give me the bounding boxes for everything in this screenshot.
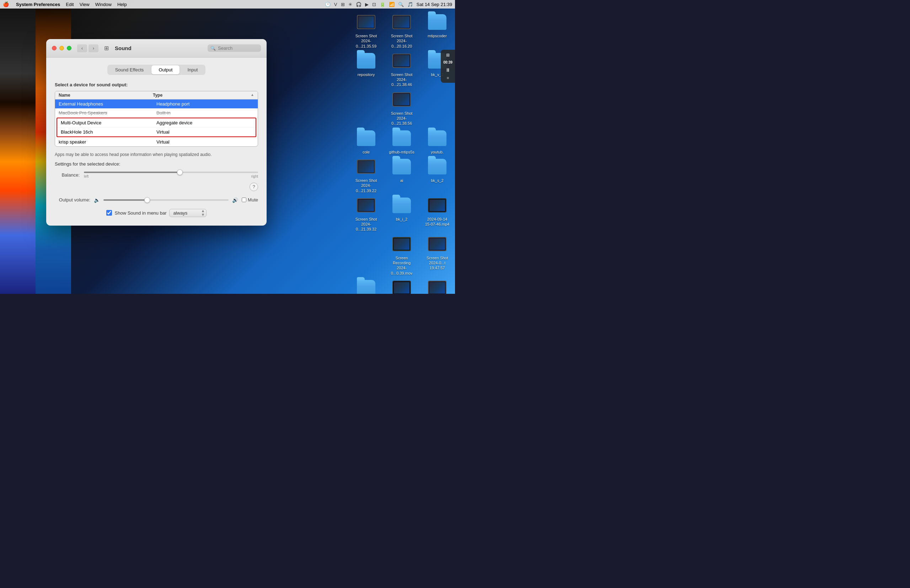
device-row-krisp[interactable]: krisp speaker Virtual — [55, 137, 258, 146]
minimize-button[interactable] — [59, 46, 64, 50]
search-input[interactable] — [218, 45, 258, 51]
desktop-icon-bk-s2[interactable]: bk_s_2 — [423, 157, 452, 193]
recording-icon: ⊞ — [446, 53, 450, 58]
spatialized-notice: Apps may be able to access head pose inf… — [55, 152, 258, 158]
desktop-icon-label-screenshot5: Screen Shot2024-0...21.39.22 — [352, 178, 381, 193]
desktop-icon-screenshot3[interactable]: Screen Shot2024-0...21.38.46 — [387, 51, 416, 87]
device-row-macbook-speakers[interactable]: MacBook Pro Speakers Built-in — [55, 108, 258, 117]
balance-slider-fill — [84, 171, 180, 173]
bluetooth-icon[interactable]: ✳ — [348, 2, 352, 7]
tab-output[interactable]: Output — [151, 65, 180, 74]
desktop-icon-screenshot5[interactable]: Screen Shot2024-0...21.39.22 — [352, 157, 381, 193]
control-center-icon[interactable]: 🎵 — [407, 2, 413, 7]
grid-icon[interactable]: ⊞ — [341, 2, 345, 7]
search-icon[interactable]: 🔍 — [398, 2, 404, 7]
recording-pause-button[interactable]: ⏸ — [445, 67, 450, 73]
desktop-icon-label-mp4-1: 2024-09-1415-07-46.mp4 — [425, 217, 450, 227]
help-menu[interactable]: Help — [117, 2, 127, 7]
recording-panel[interactable]: ⊞ 00:39 ⏸ ≡ — [441, 50, 455, 83]
nav-buttons: ‹ › — [77, 44, 99, 52]
device-row-blackhole[interactable]: BlackHole 16ch Virtual — [57, 127, 256, 136]
desktop-icon-mp4-1[interactable]: 2024-09-1415-07-46.mp4 — [423, 195, 452, 232]
forward-button[interactable]: › — [89, 44, 99, 52]
headphone-icon[interactable]: 🎧 — [356, 2, 361, 7]
window-title: Sound — [115, 45, 131, 51]
screenshot-thumbnail-1 — [357, 15, 376, 29]
mute-checkbox[interactable] — [242, 197, 246, 202]
v-icon[interactable]: V — [334, 2, 337, 7]
volume-slider[interactable] — [104, 197, 228, 203]
desktop-icon-repository[interactable]: repository — [352, 51, 381, 87]
icon-row-7: Screen Recording2024-0...0.39.mov Screen… — [352, 234, 452, 276]
volume-row: Output volume: 🔈 🔊 Mute — [55, 197, 258, 203]
desktop-icon-wp[interactable]: wp — [352, 278, 381, 294]
icon-row-3: Screen Shot2024-0...21.38.56 — [352, 89, 452, 126]
desktop-icon-label-ai: ai — [400, 178, 403, 183]
folder-thumbnail-youtube — [428, 130, 447, 146]
balance-slider-track — [84, 171, 258, 173]
soundbar-always-select[interactable]: always when active — [169, 209, 207, 217]
balance-slider-thumb[interactable] — [177, 170, 183, 175]
icon-row-5: Screen Shot2024-0...21.39.22 ai bk_s_2 — [352, 157, 452, 193]
help-button[interactable]: ? — [249, 183, 258, 191]
volume-slider-thumb[interactable] — [144, 197, 150, 203]
desktop-icon-screen-recording[interactable]: Screen Recording2024-0...0.39.mov — [387, 234, 416, 276]
balance-left-label: left — [84, 174, 89, 178]
device-table: Name Type ▲ External Headphones Headphon… — [55, 91, 258, 147]
desktop-icon-mp4-2[interactable]: 2024-09-1421-27-42.mp4 — [387, 278, 416, 294]
soundbar-select-wrapper: always when active ▲▼ — [169, 209, 207, 217]
edit-menu[interactable]: Edit — [66, 2, 74, 7]
desktop-icon-screenshot6[interactable]: Screen Shot2024-0...21.39.32 — [352, 195, 381, 232]
folder-thumbnail-ai — [392, 159, 411, 174]
desktop-icon-mtipscoder[interactable]: mtipscoder — [423, 12, 452, 48]
maximize-button[interactable] — [67, 46, 71, 50]
balance-right-label: right — [251, 174, 258, 178]
show-sound-checkbox[interactable] — [106, 210, 112, 216]
desktop-icon-screenshot7[interactable]: Screen Shot2024-0...t 19.47.57 — [423, 234, 452, 276]
wifi-icon[interactable]: 📶 — [389, 2, 395, 7]
search-icon: 🔍 — [210, 46, 216, 51]
apple-menu[interactable]: 🍎 — [3, 2, 9, 7]
desktop-icon-github-mtips5s[interactable]: github-mtips5s — [387, 128, 416, 155]
tab-sound-effects[interactable]: Sound Effects — [108, 65, 151, 74]
folder-thumbnail-wp — [357, 280, 376, 294]
view-menu[interactable]: View — [79, 2, 89, 7]
recording-list-icon[interactable]: ≡ — [447, 76, 449, 80]
menubar-right: 🕐 V ⊞ ✳ 🎧 ▶ ⊡ 🔋 📶 🔍 🎵 Sat 14 Sep 21:39 — [325, 2, 452, 7]
play-icon[interactable]: ▶ — [365, 2, 369, 7]
device-row-multi-output[interactable]: Multi-Output Device Aggregate device — [57, 118, 256, 127]
tab-input[interactable]: Input — [180, 65, 205, 74]
device-type-multi-output: Aggregate device — [156, 120, 252, 125]
close-button[interactable] — [52, 46, 57, 50]
device-row-external-headphones[interactable]: External Headphones Headphone port — [55, 100, 258, 108]
icon-row-8: wp 2024-09-1421-27-42.mp4 Screen Shot202… — [352, 278, 452, 294]
device-name-external-headphones: External Headphones — [59, 101, 156, 107]
search-box[interactable]: 🔍 — [207, 44, 261, 52]
menubar-left: 🍎 System Preferences Edit View Window He… — [3, 2, 127, 7]
desktop-icon-cole[interactable]: cole — [352, 128, 381, 155]
device-name-multi-output: Multi-Output Device — [61, 120, 156, 125]
battery-icon[interactable]: 🔋 — [380, 2, 385, 7]
desktop-icon-youtube[interactable]: youtub. — [423, 128, 452, 155]
desktop-icon-screenshot8[interactable]: Screen Shot2024-0...19.49.04 — [423, 278, 452, 294]
app-name-menu[interactable]: System Preferences — [16, 2, 60, 7]
red-border-device-group: Multi-Output Device Aggregate device Bla… — [57, 118, 256, 137]
window-content: Sound Effects Output Input Select a devi… — [46, 58, 267, 226]
desktop-icon-screenshot4[interactable]: Screen Shot2024-0...21.38.56 — [387, 89, 416, 126]
desktop-icon-label-bki2: bk_i_2 — [396, 217, 407, 222]
time-machine-icon[interactable]: 🕐 — [325, 2, 330, 7]
grid-view-button[interactable]: ⊞ — [101, 44, 111, 52]
sound-preferences-window: ‹ › ⊞ Sound 🔍 Sound Effects Output Input… — [46, 39, 267, 226]
back-button[interactable]: ‹ — [77, 44, 87, 52]
window-menu[interactable]: Window — [95, 2, 112, 7]
desktop-icon-bk-i2[interactable]: bk_i_2 — [387, 195, 416, 232]
volume-slider-fill — [104, 199, 147, 201]
desktop-icon-screenshot2[interactable]: Screen Shot2024-0...20.16.20 — [387, 12, 416, 48]
display-icon[interactable]: ⊡ — [372, 2, 376, 7]
screenshot-thumbnail-7 — [428, 237, 447, 251]
desktop-icon-ai[interactable]: ai — [387, 157, 416, 193]
device-name-blackhole: BlackHole 16ch — [61, 129, 156, 135]
desktop-icon-screenshot1[interactable]: Screen Shot2024-0...21.35.59 — [352, 12, 381, 48]
icon-row-2: repository Screen Shot2024-0...21.38.46 … — [352, 51, 452, 87]
mute-label: Mute — [248, 197, 258, 202]
